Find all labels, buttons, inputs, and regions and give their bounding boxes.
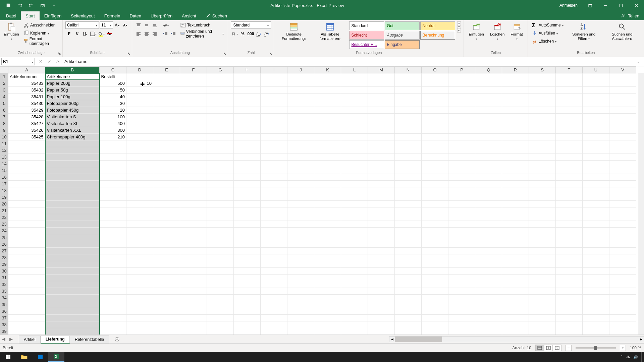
cell-P18[interactable] (448, 187, 475, 194)
cell-N5[interactable] (395, 100, 422, 107)
cell-M17[interactable] (368, 181, 395, 187)
cell-F31[interactable] (180, 275, 207, 281)
cell-T8[interactable] (556, 120, 583, 127)
cell-E12[interactable] (153, 147, 180, 154)
cell-R20[interactable] (502, 201, 529, 207)
cell-J31[interactable] (287, 275, 314, 281)
cell-V8[interactable] (609, 120, 636, 127)
cell-M4[interactable] (368, 94, 395, 100)
cell-A5[interactable]: 35430 (8, 100, 45, 107)
cell-K14[interactable] (314, 161, 341, 167)
cell-E19[interactable] (153, 194, 180, 201)
cell-B19[interactable] (45, 194, 100, 201)
cell-C9[interactable]: 300 (100, 127, 126, 134)
cell-F13[interactable] (180, 154, 207, 161)
system-tray[interactable]: ˄ 🖧 🔊 (621, 352, 644, 362)
zoom-out-button[interactable]: − (566, 345, 572, 351)
cell-B14[interactable] (45, 161, 100, 167)
cell-L36[interactable] (341, 308, 368, 315)
cell-G2[interactable] (207, 80, 234, 87)
cell-D9[interactable] (126, 127, 153, 134)
cell-C35[interactable] (100, 301, 126, 308)
cell-C10[interactable]: 210 (100, 134, 126, 140)
cell-S7[interactable] (529, 114, 556, 120)
cell-I24[interactable] (261, 228, 287, 234)
fill-color-button[interactable] (98, 30, 105, 38)
cell-D2[interactable]: 10 (126, 80, 153, 87)
cell-F1[interactable] (180, 73, 207, 80)
decrease-decimal-button[interactable]: ,00,0 (263, 30, 270, 38)
cell-M11[interactable] (368, 140, 395, 147)
cell-R26[interactable] (502, 241, 529, 248)
cell-F38[interactable] (180, 321, 207, 328)
cell-G5[interactable] (207, 100, 234, 107)
cell-J22[interactable] (287, 214, 314, 221)
cell-G4[interactable] (207, 94, 234, 100)
cell-J38[interactable] (287, 321, 314, 328)
cell-D38[interactable] (126, 321, 153, 328)
sheet-tab-artikel[interactable]: Artikel (19, 336, 41, 344)
cell-K26[interactable] (314, 241, 341, 248)
cell-L29[interactable] (341, 261, 368, 268)
cell-L34[interactable] (341, 295, 368, 301)
cell-J19[interactable] (287, 194, 314, 201)
cell-R35[interactable] (502, 301, 529, 308)
cell-D35[interactable] (126, 301, 153, 308)
cell-B35[interactable] (45, 301, 100, 308)
cell-N4[interactable] (395, 94, 422, 100)
conditional-formatting-button[interactable]: Bedingte Formatierung (277, 21, 311, 41)
cell-V5[interactable] (609, 100, 636, 107)
cell-O8[interactable] (422, 120, 448, 127)
cell-A1[interactable]: Artikelnummer (8, 73, 45, 80)
cell-K4[interactable] (314, 94, 341, 100)
cell-V17[interactable] (609, 181, 636, 187)
cell-F12[interactable] (180, 147, 207, 154)
cell-J25[interactable] (287, 234, 314, 241)
cell-H30[interactable] (234, 268, 261, 275)
cell-I28[interactable] (261, 254, 287, 261)
cell-T35[interactable] (556, 301, 583, 308)
cell-B1[interactable]: Artikelname (45, 73, 100, 80)
cell-M32[interactable] (368, 281, 395, 288)
cell-O2[interactable] (422, 80, 448, 87)
cell-G33[interactable] (207, 288, 234, 295)
cell-D7[interactable] (126, 114, 153, 120)
cell-A37[interactable] (8, 315, 45, 321)
cell-G37[interactable] (207, 315, 234, 321)
cell-B33[interactable] (45, 288, 100, 295)
cell-S17[interactable] (529, 181, 556, 187)
cell-I9[interactable] (261, 127, 287, 134)
cell-M13[interactable] (368, 154, 395, 161)
cell-U8[interactable] (583, 120, 609, 127)
cell-U12[interactable] (583, 147, 609, 154)
cell-U27[interactable] (583, 248, 609, 254)
cell-H3[interactable] (234, 87, 261, 94)
cell-L11[interactable] (341, 140, 368, 147)
cell-F30[interactable] (180, 268, 207, 275)
cell-M12[interactable] (368, 147, 395, 154)
cell-V6[interactable] (609, 107, 636, 114)
cell-D15[interactable] (126, 167, 153, 174)
column-header-A[interactable]: A (8, 67, 45, 73)
cell-D25[interactable] (126, 234, 153, 241)
cell-P24[interactable] (448, 228, 475, 234)
cell-H19[interactable] (234, 194, 261, 201)
cell-H15[interactable] (234, 167, 261, 174)
cell-D13[interactable] (126, 154, 153, 161)
cell-G6[interactable] (207, 107, 234, 114)
cell-E11[interactable] (153, 140, 180, 147)
cell-E13[interactable] (153, 154, 180, 161)
cell-N12[interactable] (395, 147, 422, 154)
cell-A22[interactable] (8, 214, 45, 221)
cell-P3[interactable] (448, 87, 475, 94)
cell-G20[interactable] (207, 201, 234, 207)
tab-seitenlayout[interactable]: Seitenlayout (66, 11, 100, 20)
formula-cancel[interactable]: ✕ (36, 58, 45, 65)
cell-M24[interactable] (368, 228, 395, 234)
cell-I14[interactable] (261, 161, 287, 167)
cell-V27[interactable] (609, 248, 636, 254)
cell-J2[interactable] (287, 80, 314, 87)
cell-N25[interactable] (395, 234, 422, 241)
cell-B5[interactable]: Fotopapier 300g (45, 100, 100, 107)
cell-S39[interactable] (529, 328, 556, 335)
